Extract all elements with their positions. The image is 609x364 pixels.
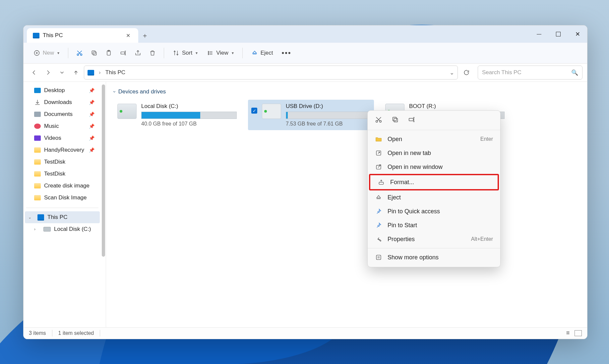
separator (164, 48, 164, 58)
view-label: View (216, 50, 228, 56)
sidebar-item-videos[interactable]: Videos📌 (25, 132, 100, 144)
close-window-button[interactable] (568, 26, 587, 43)
scissors-icon[interactable] (375, 116, 382, 125)
ctx-label: Format... (390, 179, 414, 186)
search-icon: 🔍 (571, 69, 578, 76)
share-button[interactable] (131, 47, 145, 59)
sidebar-label: Create disk image (44, 182, 90, 189)
new-button[interactable]: New ▾ (30, 47, 63, 59)
highlight-format: Format... (369, 174, 499, 190)
drive-icon (117, 104, 137, 119)
up-button[interactable] (70, 67, 82, 78)
copy-icon[interactable] (392, 116, 399, 125)
svg-rect-4 (92, 51, 95, 54)
address-dropdown[interactable]: ⌄ (450, 69, 454, 76)
ctx-pin-start[interactable]: Pin to Start (368, 218, 500, 232)
chevron-right-icon: › (97, 69, 102, 76)
recent-button[interactable] (56, 67, 68, 78)
ctx-label: Open (388, 136, 402, 143)
eject-button[interactable]: Eject (247, 47, 277, 59)
new-tab-button[interactable]: ＋ (138, 28, 152, 43)
drive-usb-d[interactable]: USB Drive (D:) 7.53 GB free of 7.61 GB (248, 100, 374, 130)
maximize-button[interactable] (549, 26, 568, 43)
details-view-button[interactable] (565, 330, 571, 336)
refresh-button[interactable] (460, 66, 473, 79)
pin-icon: 📌 (89, 112, 94, 117)
checkbox-checked[interactable] (251, 108, 257, 114)
tab-title: This PC (43, 32, 63, 39)
chevron-down-icon: › (112, 91, 117, 93)
forward-button[interactable] (42, 67, 54, 78)
eject-icon (251, 50, 258, 56)
folder-icon (34, 183, 41, 188)
trash-icon (149, 50, 156, 56)
close-tab-button[interactable]: ✕ (124, 30, 132, 41)
sidebar-item-documents[interactable]: Documents📌 (25, 108, 100, 120)
tiles-view-button[interactable] (575, 330, 582, 336)
status-bar: 3 items 1 item selected (24, 327, 587, 339)
sidebar-label: This PC (47, 214, 67, 221)
sidebar-item-downloads[interactable]: Downloads📌 (25, 96, 100, 108)
search-box[interactable]: Search This PC 🔍 (478, 66, 582, 79)
address-bar[interactable]: › This PC ⌄ (84, 66, 458, 79)
back-button[interactable] (28, 67, 40, 78)
download-icon (34, 99, 41, 106)
drive-name: USB Drive (D:) (286, 103, 371, 110)
file-explorer-window: This PC ✕ ＋ New ▾ (23, 25, 587, 339)
sidebar-item-scan-disk-image[interactable]: Scan Disk Image (25, 192, 100, 204)
view-icon (207, 50, 213, 56)
paste-button[interactable] (102, 47, 115, 59)
sidebar-item-handyrecovery[interactable]: HandyRecovery📌 (25, 144, 100, 156)
ctx-format[interactable]: Format... (370, 175, 498, 189)
ctx-pin-quick-access[interactable]: Pin to Quick access (368, 204, 500, 218)
ctx-label: Open in new window (388, 164, 443, 171)
sidebar-label: Scan Disk Image (44, 194, 87, 201)
svg-rect-3 (93, 52, 96, 55)
ctx-label: Eject (388, 194, 401, 201)
rename-button[interactable] (117, 47, 130, 59)
svg-rect-7 (121, 52, 125, 54)
sidebar-scrollbar[interactable] (101, 82, 106, 327)
chevron-down-icon: ▾ (232, 51, 234, 55)
ctx-open-new-window[interactable]: Open in new window (368, 160, 500, 174)
desktop-icon (34, 88, 41, 93)
rename-icon[interactable] (408, 116, 415, 125)
context-menu: Open Enter Open in new tab Open in new w… (367, 110, 501, 267)
disk-icon (43, 227, 51, 232)
group-header[interactable]: › Devices and drives (114, 88, 579, 95)
ctx-properties[interactable]: Properties Alt+Enter (368, 232, 500, 246)
sidebar-item-testdisk[interactable]: TestDisk (25, 156, 100, 168)
sidebar-item-desktop[interactable]: Desktop📌 (25, 84, 100, 96)
ctx-open[interactable]: Open Enter (368, 132, 500, 146)
minimize-button[interactable] (529, 26, 549, 43)
view-button[interactable]: View ▾ (203, 47, 238, 59)
status-item-count: 3 items (29, 330, 46, 336)
drive-local-disk-c[interactable]: Local Disk (C:) 40.0 GB free of 107 GB (114, 100, 240, 130)
cut-button[interactable] (73, 47, 86, 59)
sidebar-item-local-disk[interactable]: › Local Disk (C:) (25, 223, 100, 235)
sidebar-item-music[interactable]: Music📌 (25, 120, 100, 132)
more-button[interactable]: ••• (278, 46, 295, 60)
drive-free: 7.53 GB free of 7.61 GB (286, 121, 371, 127)
tab-this-pc[interactable]: This PC ✕ (27, 28, 138, 43)
sort-button[interactable]: Sort ▾ (169, 47, 202, 59)
copy-button[interactable] (88, 47, 101, 59)
ctx-open-new-tab[interactable]: Open in new tab (368, 146, 500, 160)
chevron-right-icon[interactable]: › (34, 227, 39, 232)
chevron-down-icon[interactable]: ⌄ (28, 215, 33, 220)
sidebar-item-this-pc[interactable]: ⌄ This PC (25, 211, 100, 223)
ctx-eject[interactable]: Eject (368, 190, 500, 204)
pin-icon (375, 222, 382, 229)
capacity-bar (286, 112, 371, 119)
folder-icon (34, 171, 41, 177)
delete-button[interactable] (146, 47, 159, 59)
video-icon (34, 135, 41, 141)
address-path: This PC (105, 69, 125, 76)
ctx-hint: Alt+Enter (471, 236, 493, 242)
sidebar-item-create-disk-image[interactable]: Create disk image (25, 180, 100, 192)
drive-info: Local Disk (C:) 40.0 GB free of 107 GB (141, 103, 237, 127)
svg-rect-14 (393, 117, 396, 121)
ctx-show-more[interactable]: Show more options (368, 250, 500, 264)
sidebar-item-testdisk-2[interactable]: TestDisk (25, 168, 100, 180)
sidebar-label: Videos (44, 135, 61, 141)
